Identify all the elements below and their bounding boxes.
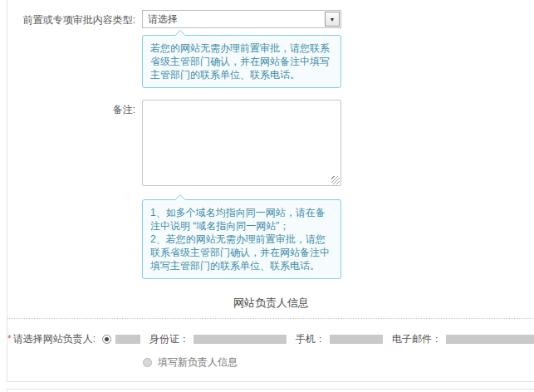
save-and-add-website-row[interactable]: + 保存，并继续添加网站 [7, 389, 534, 392]
principal-select-row: *请选择网站负责人: 身份证： 手机： 电子邮件： [7, 332, 534, 346]
approval-tip-box: 若您的网站无需办理前置审批，请您联系省级主管部门确认，并在网站备注中填写主管部门… [142, 35, 341, 88]
approval-type-select[interactable]: 请选择 ▼ [142, 10, 341, 28]
redacted-email [446, 335, 534, 344]
id-card-label: 身份证： [149, 332, 189, 346]
remark-textarea-wrapper [142, 100, 341, 186]
approval-type-selected-value: 请选择 [143, 12, 178, 27]
principal-section-title: 网站负责人信息 [7, 296, 534, 311]
required-asterisk: * [7, 333, 12, 345]
new-principal-radio[interactable] [143, 358, 152, 367]
new-principal-option: 填写新负责人信息 [143, 355, 534, 370]
redacted-phone-number [330, 335, 383, 344]
remark-row: 备注: 1、如多个域名均指向同一网站，请在备注中说明 “域名指向同一网站”； 2… [7, 100, 534, 279]
remark-label: 备注: [7, 100, 142, 117]
approval-type-label: 前置或专项审批内容类型: [7, 10, 142, 27]
approval-tip-text: 若您的网站无需办理前置审批，请您联系省级主管部门确认，并在网站备注中填写主管部门… [150, 42, 330, 81]
phone-label: 手机： [296, 332, 326, 346]
existing-principal-radio[interactable] [102, 335, 111, 344]
email-label: 电子邮件： [392, 332, 442, 346]
dropdown-arrow-icon[interactable]: ▼ [325, 12, 340, 27]
redacted-principal-name [115, 335, 140, 344]
section-divider [7, 318, 534, 319]
new-principal-label: 填写新负责人信息 [158, 355, 238, 370]
redacted-id-number [194, 335, 287, 344]
remark-tip-line1: 1、如多个域名均指向同一网站，请在备注中说明 “域名指向同一网站”； [150, 206, 333, 233]
approval-type-row: 前置或专项审批内容类型: 请选择 ▼ 若您的网站无需办理前置审批，请您联系省级主… [7, 10, 534, 88]
remark-textarea[interactable] [143, 100, 340, 185]
principal-select-label: 请选择网站负责人: [13, 333, 96, 345]
remark-tip-box: 1、如多个域名均指向同一网站，请在备注中说明 “域名指向同一网站”； 2、若您的… [142, 199, 341, 279]
remark-tip-line2: 2、若您的网站无需办理前置审批，请您联系省级主管部门确认，并在网站备注中填写主管… [150, 233, 333, 272]
website-info-form-panel: 前置或专项审批内容类型: 请选择 ▼ 若您的网站无需办理前置审批，请您联系省级主… [7, 0, 534, 382]
existing-principal-option: 身份证： 手机： 电子邮件： [102, 332, 534, 346]
